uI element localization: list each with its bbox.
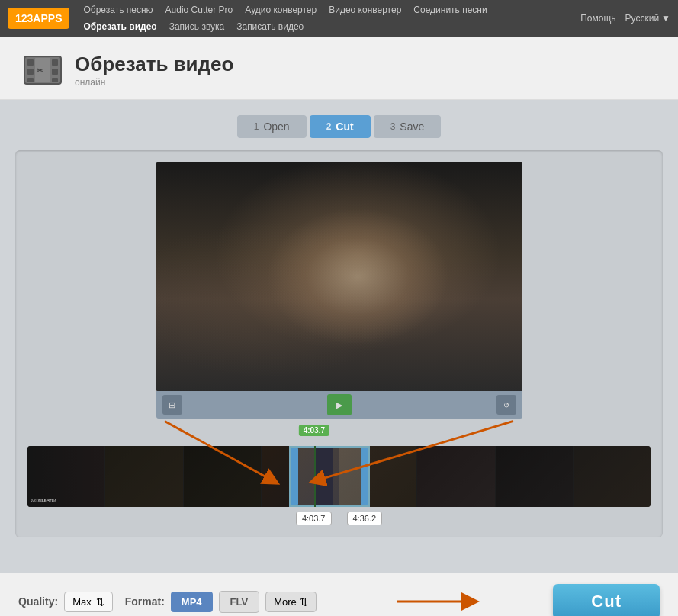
- format-mp4[interactable]: MP4: [171, 592, 213, 612]
- video-frame: [156, 162, 522, 391]
- quality-select[interactable]: Max ⇅: [64, 592, 113, 612]
- position-badge: 4:03.7: [299, 425, 329, 436]
- top-nav: 123APPS Обрезать песню Audio Cutter Pro …: [0, 0, 678, 37]
- nav-video-converter[interactable]: Видео конвертер: [329, 2, 401, 18]
- page-header: ✂ Обрезать видео онлайн: [0, 37, 678, 100]
- page-subtitle: онлайн: [75, 77, 233, 88]
- svg-rect-6: [52, 69, 58, 75]
- video-controls: ⊞ ▶ ↺: [156, 391, 522, 419]
- film-icon: ✂: [23, 50, 63, 90]
- nav-right: Помощь Русский ▼: [580, 13, 670, 24]
- timeline-area: 4:03.7 N1NT30... - Отмели...: [27, 425, 651, 525]
- nav-audio-converter[interactable]: Аудио конвертер: [245, 2, 317, 18]
- format-group: Format: MP4 FLV More ⇅: [125, 591, 317, 613]
- nav-row-bottom: Обрезать видео Запись звука Записать вид…: [83, 18, 580, 35]
- timeline-strip[interactable]: N1NT30... - Отмели...: [27, 446, 651, 507]
- nav-record-audio[interactable]: Запись звука: [169, 18, 225, 35]
- play-button[interactable]: ▶: [327, 394, 352, 415]
- bottom-bar: Quality: Max ⇅ Format: MP4 FLV More ⇅ Cu…: [0, 573, 678, 616]
- more-formats-button[interactable]: More ⇅: [265, 592, 317, 612]
- format-label: Format:: [125, 595, 165, 608]
- editor-card: ⊞ ▶ ↺: [15, 150, 663, 537]
- language-selector[interactable]: Русский ▼: [625, 13, 670, 24]
- nav-row-top: Обрезать песню Audio Cutter Pro Аудио ко…: [83, 2, 580, 18]
- position-indicator: 4:03.7: [299, 425, 329, 436]
- right-handle[interactable]: [361, 448, 368, 505]
- screenshot-button[interactable]: ⊞: [162, 395, 182, 415]
- inactive-right: [370, 446, 651, 507]
- end-time-marker[interactable]: 4:36.2: [347, 512, 383, 525]
- nav-links: Обрезать песню Audio Cutter Pro Аудио ко…: [83, 2, 580, 35]
- step-save[interactable]: 3 Save: [374, 115, 442, 138]
- nav-audio-cutter-pro[interactable]: Audio Cutter Pro: [165, 2, 233, 18]
- nav-join-songs[interactable]: Соединить песни: [413, 2, 487, 18]
- nav-cut-video[interactable]: Обрезать видео: [83, 18, 156, 35]
- step-cut[interactable]: 2 Cut: [310, 115, 371, 138]
- format-flv[interactable]: FLV: [219, 591, 260, 613]
- inactive-left: [27, 446, 289, 507]
- nav-record-video[interactable]: Записать видео: [236, 18, 304, 35]
- svg-rect-4: [27, 78, 34, 82]
- time-markers: 4:03.7 4:36.2: [27, 512, 651, 525]
- page-title-block: Обрезать видео онлайн: [75, 53, 233, 87]
- logo-button[interactable]: 123APPS: [8, 8, 69, 29]
- svg-rect-7: [52, 78, 58, 82]
- reset-button[interactable]: ↺: [496, 395, 516, 415]
- step-open[interactable]: 1 Open: [237, 115, 307, 138]
- svg-rect-3: [27, 69, 34, 75]
- svg-rect-2: [27, 59, 34, 66]
- page-title: Обрезать видео: [75, 53, 233, 76]
- start-time-marker[interactable]: 4:03.7: [296, 512, 332, 525]
- quality-label: Quality:: [18, 595, 58, 608]
- svg-text:✂: ✂: [37, 66, 43, 75]
- svg-rect-5: [52, 59, 58, 66]
- left-handle[interactable]: [291, 448, 298, 505]
- cut-button[interactable]: Cut: [553, 584, 660, 616]
- video-preview: [156, 162, 522, 391]
- main-area: 1 Open 2 Cut 3 Save ⊞ ▶ ↺: [0, 100, 678, 573]
- nav-cut-song[interactable]: Обрезать песню: [83, 2, 153, 18]
- cut-arrow: [393, 586, 484, 616]
- playhead: [314, 448, 333, 505]
- step-tabs: 1 Open 2 Cut 3 Save: [15, 115, 663, 138]
- selection-region: [289, 446, 370, 507]
- help-link[interactable]: Помощь: [580, 13, 615, 24]
- position-area: 4:03.7: [27, 425, 651, 446]
- quality-group: Quality: Max ⇅: [18, 592, 113, 612]
- position-line: [314, 446, 316, 507]
